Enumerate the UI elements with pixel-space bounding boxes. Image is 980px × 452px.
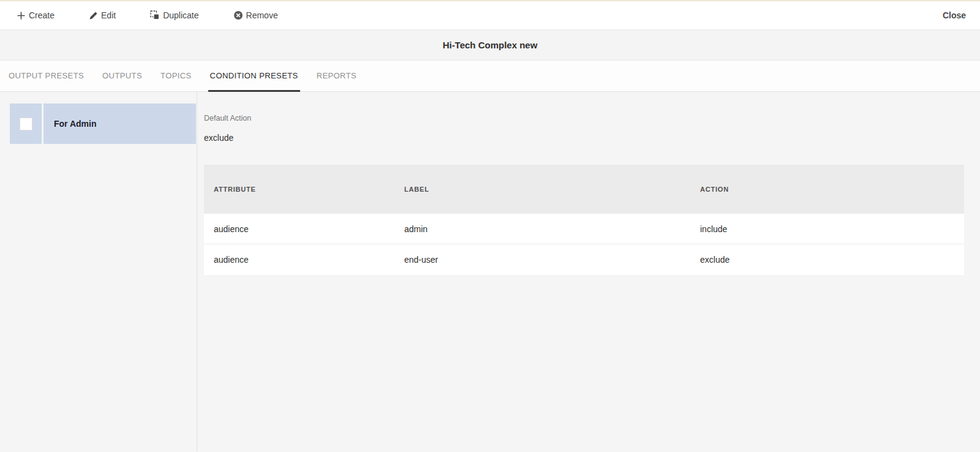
table-header-row: ATTRIBUTE LABEL ACTION [204, 165, 964, 214]
remove-button[interactable]: Remove [233, 10, 278, 20]
column-header-action: ACTION [690, 165, 964, 214]
title-bar: Hi-Tech Complex new [0, 30, 980, 61]
create-button-label: Create [29, 10, 55, 20]
list-item-for-admin[interactable]: For Admin [10, 104, 196, 144]
content-area: For Admin Default Action exclude ATTRIBU… [0, 92, 980, 451]
create-button[interactable]: Create [17, 10, 55, 20]
preset-detail-panel: Default Action exclude ATTRIBUTE LABEL A… [197, 92, 980, 451]
cell-attribute: audience [204, 214, 394, 244]
preset-checkbox[interactable] [20, 118, 32, 130]
checkbox-cell [10, 104, 42, 144]
edit-button[interactable]: Edit [89, 10, 116, 20]
tab-outputs[interactable]: OUTPUTS [100, 61, 144, 92]
default-action-value: exclude [204, 133, 980, 143]
default-action-label: Default Action [204, 114, 980, 122]
cell-label: end-user [394, 244, 690, 275]
conditions-table: ATTRIBUTE LABEL ACTION audience admin in… [204, 165, 964, 275]
tab-output-presets[interactable]: OUTPUT PRESETS [7, 61, 86, 92]
tab-condition-presets[interactable]: CONDITION PRESETS [208, 61, 300, 92]
cell-action: exclude [690, 244, 964, 275]
remove-button-label: Remove [246, 10, 278, 20]
cell-label: admin [394, 214, 690, 244]
column-header-attribute: ATTRIBUTE [204, 165, 394, 214]
close-button[interactable]: Close [943, 10, 966, 20]
cell-attribute: audience [204, 244, 394, 275]
preset-label-cell[interactable]: For Admin [43, 104, 196, 144]
cell-action: include [690, 214, 964, 244]
plus-icon [17, 11, 26, 20]
table-row[interactable]: audience admin include [204, 214, 964, 244]
table-row[interactable]: audience end-user exclude [204, 244, 964, 275]
pencil-icon [89, 11, 98, 20]
edit-button-label: Edit [101, 10, 116, 20]
duplicate-button-label: Duplicate [163, 10, 198, 20]
tab-bar: OUTPUT PRESETS OUTPUTS TOPICS CONDITION … [0, 61, 980, 92]
remove-circle-icon [233, 10, 243, 20]
toolbar: Create Edit Duplicate Remove Close [0, 0, 980, 30]
duplicate-icon [150, 10, 160, 20]
tab-topics[interactable]: TOPICS [159, 61, 194, 92]
preset-label: For Admin [54, 119, 96, 129]
page-title: Hi-Tech Complex new [443, 40, 538, 50]
condition-presets-list: For Admin [0, 92, 197, 451]
tab-reports[interactable]: REPORTS [315, 61, 358, 92]
duplicate-button[interactable]: Duplicate [150, 10, 198, 20]
column-header-label: LABEL [394, 165, 690, 214]
